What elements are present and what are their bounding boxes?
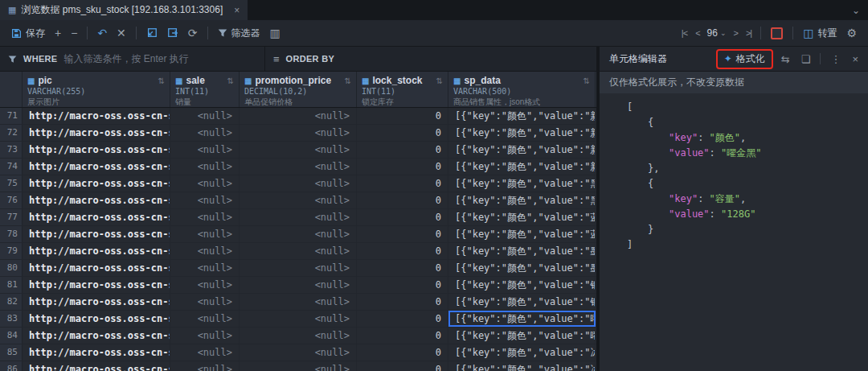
cell-sp_data[interactable]: [{"key":"颜色","value":"新…: [448, 159, 596, 175]
row-number[interactable]: 84: [0, 328, 23, 344]
cell-lock_stock[interactable]: 0: [357, 311, 448, 327]
tab-close-icon[interactable]: ×: [234, 5, 240, 16]
row-number[interactable]: 76: [0, 192, 23, 208]
first-page-button[interactable]: |<: [678, 27, 691, 39]
sort-icon[interactable]: ⇅: [345, 76, 351, 85]
cell-promotion_price[interactable]: <null>: [240, 277, 357, 293]
column-header-lock_stock[interactable]: ▦lock_stock⇅INT(11)锁定库存: [357, 72, 448, 107]
settings-button[interactable]: ⚙: [841, 25, 862, 41]
chevron-down-icon[interactable]: ⌄: [844, 0, 868, 20]
cell-sp_data[interactable]: [{"key":"颜色","value":"新…: [448, 125, 596, 141]
row-number[interactable]: 74: [0, 159, 23, 175]
open-in-window-icon[interactable]: ❏: [798, 53, 814, 65]
row-number[interactable]: 73: [0, 142, 23, 158]
cell-sp_data[interactable]: [{"key":"颜色","value":"墨…: [448, 260, 596, 276]
delete-row-button[interactable]: −: [66, 25, 82, 41]
refresh-button[interactable]: ⟳: [183, 25, 203, 41]
sort-icon[interactable]: ⇅: [158, 76, 165, 85]
row-number[interactable]: 83: [0, 311, 23, 327]
columns-button[interactable]: ▥: [265, 25, 285, 41]
cell-promotion_price[interactable]: <null>: [240, 125, 357, 141]
cell-promotion_price[interactable]: <null>: [240, 328, 357, 344]
cell-sp_data[interactable]: [{"key":"颜色","value":"银…: [448, 277, 596, 293]
cell-sale[interactable]: <null>: [170, 192, 240, 208]
tab-browse-data[interactable]: ▦ 浏览数据 pms_sku_stock [192.168.3.101:3306…: [0, 0, 248, 20]
cell-sale[interactable]: <null>: [170, 328, 240, 344]
cell-sp_data[interactable]: [{"key":"颜色","value":"墨…: [448, 243, 596, 259]
cell-sp_data[interactable]: [{"key":"颜色","value":"黑…: [448, 175, 596, 192]
last-page-button[interactable]: >|: [742, 27, 755, 39]
row-number[interactable]: 81: [0, 277, 23, 293]
cell-lock_stock[interactable]: 0: [357, 361, 448, 371]
cell-pic[interactable]: http://macro-oss.oss-cn-s…: [23, 328, 170, 344]
cell-sp_data[interactable]: [{"key":"颜色","value":"冰…: [448, 361, 596, 371]
row-number[interactable]: 86: [0, 361, 23, 371]
limit-toggle-button[interactable]: [766, 25, 788, 42]
cell-sale[interactable]: <null>: [170, 344, 240, 361]
cell-sp_data[interactable]: [{"key":"颜色","value":"新…: [448, 108, 596, 124]
cell-lock_stock[interactable]: 0: [357, 277, 448, 293]
cell-sale[interactable]: <null>: [170, 260, 240, 276]
cell-sp_data[interactable]: [{"key":"颜色","value":"新…: [448, 142, 596, 158]
prev-page-button[interactable]: <: [691, 27, 703, 39]
cell-sale[interactable]: <null>: [170, 125, 240, 141]
sort-icon[interactable]: ⇅: [227, 76, 234, 85]
add-row-button[interactable]: +: [50, 25, 66, 41]
cell-sale[interactable]: <null>: [170, 226, 240, 242]
cell-sale[interactable]: <null>: [170, 142, 240, 158]
column-header-sale[interactable]: ▦sale⇅INT(11)销量: [170, 72, 240, 107]
cell-sp_data[interactable]: [{"key":"颜色","value":"曜…: [448, 311, 596, 327]
cell-pic[interactable]: http://macro-oss.oss-cn-s…: [23, 175, 170, 192]
order-by-input[interactable]: ≡ ORDER BY: [265, 47, 342, 71]
filter-button[interactable]: 筛选器: [213, 24, 265, 43]
cell-promotion_price[interactable]: <null>: [240, 108, 357, 124]
cell-sale[interactable]: <null>: [170, 175, 240, 192]
next-page-button[interactable]: >: [729, 27, 741, 39]
cell-promotion_price[interactable]: <null>: [240, 226, 357, 242]
where-filter-input[interactable]: WHERE 输入筛选条件，按 Enter 执行: [0, 47, 265, 71]
row-number[interactable]: 78: [0, 226, 23, 242]
cell-pic[interactable]: http://macro-oss.oss-cn-s…: [23, 260, 170, 276]
row-number[interactable]: 71: [0, 108, 23, 124]
cell-lock_stock[interactable]: 0: [357, 260, 448, 276]
cell-promotion_price[interactable]: <null>: [240, 192, 357, 208]
import-button[interactable]: [141, 25, 162, 41]
row-number[interactable]: 80: [0, 260, 23, 276]
cell-promotion_price[interactable]: <null>: [240, 344, 357, 361]
cell-pic[interactable]: http://macro-oss.oss-cn-s…: [23, 277, 170, 293]
close-panel-icon[interactable]: ×: [849, 53, 862, 65]
cell-sp_data[interactable]: [{"key":"颜色","value":"冰…: [448, 344, 596, 361]
sort-icon[interactable]: ⇅: [583, 76, 590, 85]
cell-lock_stock[interactable]: 0: [357, 192, 448, 208]
cell-lock_stock[interactable]: 0: [357, 328, 448, 344]
cell-sale[interactable]: <null>: [170, 209, 240, 225]
cell-pic[interactable]: http://macro-oss.oss-cn-s…: [23, 209, 170, 225]
cell-sp_data[interactable]: [{"key":"颜色","value":"曜…: [448, 328, 596, 344]
cell-sale[interactable]: <null>: [170, 243, 240, 259]
cell-lock_stock[interactable]: 0: [357, 125, 448, 141]
cell-pic[interactable]: http://macro-oss.oss-cn-s…: [23, 192, 170, 208]
cell-promotion_price[interactable]: <null>: [240, 361, 357, 371]
cell-pic[interactable]: http://macro-oss.oss-cn-s…: [23, 108, 170, 124]
cell-pic[interactable]: http://macro-oss.oss-cn-s…: [23, 125, 170, 141]
cell-sp_data[interactable]: [{"key":"颜色","value":"黑…: [448, 192, 596, 208]
cell-sale[interactable]: <null>: [170, 294, 240, 310]
cell-lock_stock[interactable]: 0: [357, 175, 448, 192]
cell-sale[interactable]: <null>: [170, 311, 240, 327]
row-number[interactable]: 75: [0, 175, 23, 192]
row-number[interactable]: 79: [0, 243, 23, 259]
row-number[interactable]: 77: [0, 209, 23, 225]
transpose-button[interactable]: ◫ 转置: [798, 24, 841, 43]
cell-pic[interactable]: http://macro-oss.oss-cn-s…: [23, 361, 170, 371]
column-header-pic[interactable]: ▦pic⇅VARCHAR(255)展示图片: [23, 72, 170, 107]
cell-promotion_price[interactable]: <null>: [240, 142, 357, 158]
row-number[interactable]: 82: [0, 294, 23, 310]
cell-sale[interactable]: <null>: [170, 277, 240, 293]
cell-lock_stock[interactable]: 0: [357, 243, 448, 259]
row-number[interactable]: 72: [0, 125, 23, 141]
cell-promotion_price[interactable]: <null>: [240, 175, 357, 192]
undo-button[interactable]: ↶: [92, 25, 112, 41]
save-button[interactable]: 保存: [6, 24, 50, 43]
cell-sale[interactable]: <null>: [170, 159, 240, 175]
cell-pic[interactable]: http://macro-oss.oss-cn-s…: [23, 226, 170, 242]
